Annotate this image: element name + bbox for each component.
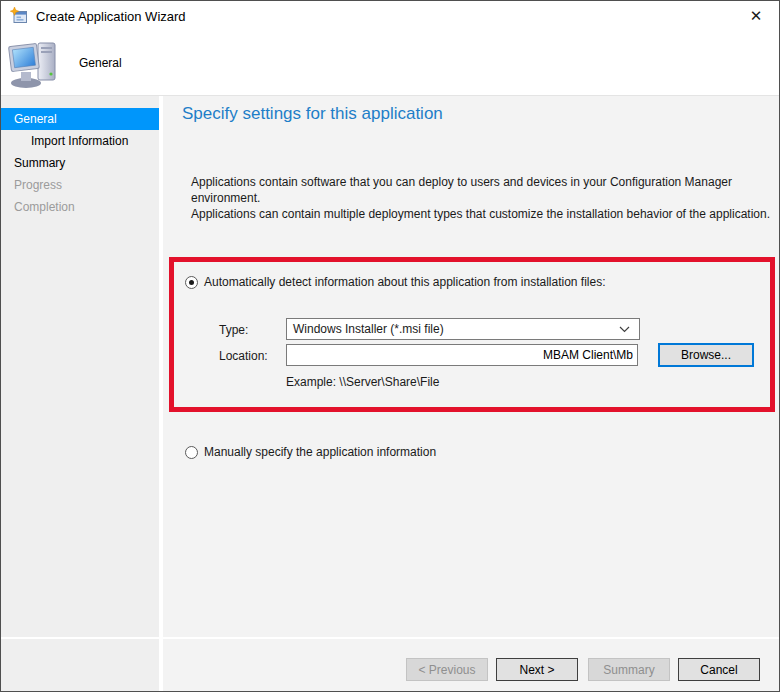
sidebar-item-completion: Completion [1,196,159,218]
computer-icon [7,36,63,90]
description-line-2: Applications can contain multiple deploy… [191,206,779,222]
footer-divider [1,637,779,639]
location-label: Location: [219,349,268,363]
sidebar-item-progress: Progress [1,174,159,196]
wizard-content: Specify settings for this application Ap… [167,96,779,691]
page-title: Specify settings for this application [182,104,443,124]
cancel-button[interactable]: Cancel [678,658,760,681]
create-application-wizard-window: Create Application Wizard ✕ [0,0,780,692]
radio-automatically-detect-label: Automatically detect information about t… [204,275,606,289]
radio-manually-specify[interactable]: Manually specify the application informa… [185,445,436,459]
sidebar-item-summary[interactable]: Summary [1,152,159,174]
description-line-1: Applications contain software that you c… [191,174,779,206]
page-description: Applications contain software that you c… [191,174,779,222]
sidebar-item-general[interactable]: General [1,108,159,130]
page-header-label: General [79,56,122,70]
radio-automatically-detect[interactable]: Automatically detect information about t… [185,275,606,289]
previous-button: < Previous [406,658,488,681]
wizard-page-header: General [1,31,779,96]
radio-unselected-icon[interactable] [185,446,198,459]
browse-button[interactable]: Browse... [658,343,754,367]
close-icon[interactable]: ✕ [739,1,773,31]
window-title: Create Application Wizard [36,9,186,24]
wizard-body: General Import Information Summary Progr… [1,96,779,691]
chevron-down-icon [619,326,630,333]
type-label: Type: [219,323,248,337]
sidebar-item-import-information[interactable]: Import Information [1,130,159,152]
location-example-text: Example: \\Server\Share\File [286,375,439,389]
summary-button: Summary [588,658,670,681]
type-dropdown-value: Windows Installer (*.msi file) [293,322,619,336]
browse-button-label: Browse... [681,348,731,362]
wizard-window-icon [10,7,28,25]
title-bar: Create Application Wizard ✕ [1,1,779,31]
radio-selected-icon[interactable] [185,276,198,289]
type-dropdown[interactable]: Windows Installer (*.msi file) [286,318,640,340]
location-input[interactable] [286,344,638,366]
next-button[interactable]: Next > [496,658,578,681]
radio-manually-specify-label: Manually specify the application informa… [204,445,436,459]
wizard-step-sidebar: General Import Information Summary Progr… [1,96,163,691]
